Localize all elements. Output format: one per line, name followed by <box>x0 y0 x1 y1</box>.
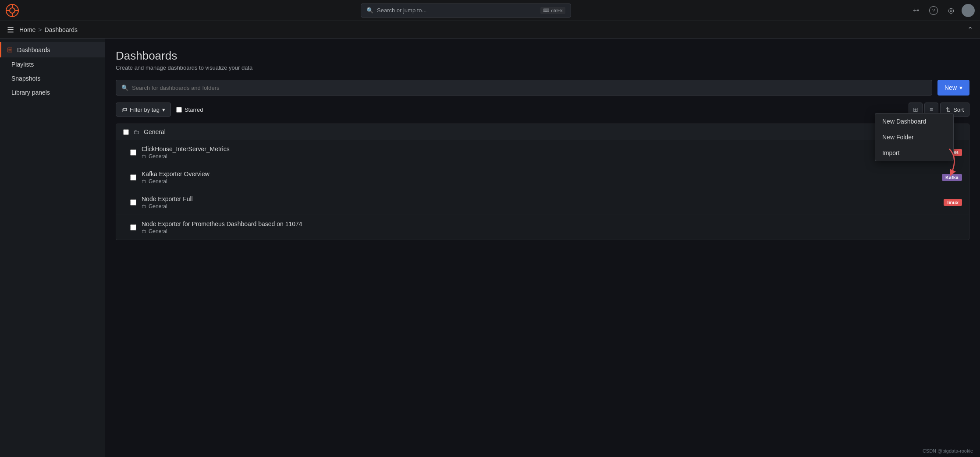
dashboard-search-input[interactable] <box>132 85 927 91</box>
folder-header-general[interactable]: 🗀 General <box>116 124 969 140</box>
filter-tag-label: Filter by tag <box>130 106 160 113</box>
new-button-label: New <box>944 84 957 91</box>
dashboards-icon: ⊞ <box>7 46 13 54</box>
sidebar-item-snapshots[interactable]: Snapshots <box>0 71 105 85</box>
breadcrumb-separator: > <box>38 26 42 33</box>
topbar: 🔍 Search or jump to... ⌨ ctrl+k + ▾ ? ◎ <box>0 0 980 21</box>
sidebar-item-label-snapshots: Snapshots <box>11 75 40 82</box>
page-title: Dashboards <box>116 49 969 63</box>
folder-name: General <box>144 128 166 135</box>
search-icon-small: 🔍 <box>121 85 128 91</box>
help-icon: ? <box>929 6 938 15</box>
footer: CSDN @bigdata-rookie <box>923 448 973 453</box>
item-title-3: Node Exporter Full <box>142 195 938 202</box>
item-tags-2: Kafka <box>942 174 962 181</box>
dropdown-item-new-folder[interactable]: New Folder <box>875 129 953 145</box>
breadcrumb-collapse-button[interactable]: ⌃ <box>967 25 973 34</box>
item-tags-3: linux <box>944 199 962 206</box>
search-shortcut: ⌨ ctrl+k <box>540 7 565 14</box>
filter-row: 🏷 Filter by tag ▾ Starred ⊞ ≡ ⇅ Sort <box>116 103 969 117</box>
new-button[interactable]: New ▾ <box>937 80 969 96</box>
sort-label: Sort <box>953 106 964 113</box>
topbar-actions: + ▾ ? ◎ <box>909 4 975 18</box>
starred-checkbox[interactable] <box>176 107 182 113</box>
breadcrumb-home[interactable]: Home <box>19 26 36 33</box>
starred-filter[interactable]: Starred <box>176 106 203 113</box>
chevron-up-icon: ⌃ <box>967 26 973 33</box>
item-meta-2: 🗀 General <box>142 178 937 184</box>
hamburger-icon: ☰ <box>7 25 14 35</box>
footer-text: CSDN @bigdata-rookie <box>923 448 973 453</box>
item-content-1: ClickHouse_InterServer_Metrics 🗀 General <box>142 145 907 159</box>
sidebar-item-playlists[interactable]: Playlists <box>0 57 105 71</box>
item-content-4: Node Exporter for Prometheus Dashboard b… <box>142 220 957 234</box>
list-item[interactable]: ClickHouse_InterServer_Metrics 🗀 General… <box>116 140 969 165</box>
rss-icon: ◎ <box>948 6 954 14</box>
tag-linux: linux <box>944 199 962 206</box>
list-item[interactable]: Kafka Exporter Overview 🗀 General Kafka <box>116 165 969 190</box>
new-dropdown-menu: New Dashboard New Folder Import <box>875 113 954 161</box>
item-folder-icon-1: 🗀 <box>142 153 147 159</box>
chevron-down-icon: ▾ <box>917 8 919 13</box>
sidebar-item-label-library-panels: Library panels <box>11 89 50 96</box>
sidebar-item-dashboards[interactable]: ⊞ Dashboards <box>0 42 105 57</box>
list-view-icon: ≡ <box>930 106 933 113</box>
item-content-2: Kafka Exporter Overview 🗀 General <box>142 170 937 184</box>
item-meta-3: 🗀 General <box>142 203 938 209</box>
list-item[interactable]: Node Exporter for Prometheus Dashboard b… <box>116 215 969 240</box>
sidebar-item-library-panels[interactable]: Library panels <box>0 85 105 99</box>
item-checkbox-3[interactable] <box>130 199 136 205</box>
search-placeholder: Search or jump to... <box>377 7 426 14</box>
item-checkbox-1[interactable] <box>130 149 136 156</box>
item-checkbox-4[interactable] <box>130 224 136 230</box>
help-button[interactable]: ? <box>927 4 941 18</box>
list-item[interactable]: Node Exporter Full 🗀 General linux <box>116 190 969 215</box>
item-meta-1: 🗀 General <box>142 153 907 159</box>
tag-kafka: Kafka <box>942 174 962 181</box>
plus-icon: + <box>913 7 917 14</box>
item-title-4: Node Exporter for Prometheus Dashboard b… <box>142 220 957 227</box>
breadcrumb-current: Dashboards <box>45 26 78 33</box>
breadcrumb-bar: ☰ Home > Dashboards ⌃ <box>0 21 980 39</box>
starred-label: Starred <box>185 106 203 113</box>
sidebar: ⊞ Dashboards Playlists Snapshots Library… <box>0 39 105 457</box>
item-title-1: ClickHouse_InterServer_Metrics <box>142 145 907 152</box>
sidebar-toggle-button[interactable]: ☰ <box>7 25 14 35</box>
folder-checkbox[interactable] <box>123 129 129 135</box>
news-button[interactable]: ◎ <box>944 4 958 18</box>
layout: ⊞ Dashboards Playlists Snapshots Library… <box>0 39 980 457</box>
topbar-search-area: 🔍 Search or jump to... ⌨ ctrl+k <box>23 4 909 18</box>
sort-icon: ⇅ <box>946 106 951 113</box>
grafana-logo <box>5 4 19 18</box>
search-row: 🔍 New ▾ <box>116 80 969 96</box>
sidebar-item-label-playlists: Playlists <box>11 61 34 68</box>
global-search-box[interactable]: 🔍 Search or jump to... ⌨ ctrl+k <box>361 4 571 18</box>
folder-icon: 🗀 <box>133 128 139 135</box>
item-title-2: Kafka Exporter Overview <box>142 170 937 177</box>
filter-by-tag-button[interactable]: 🏷 Filter by tag ▾ <box>116 103 171 117</box>
filter-chevron-icon: ▾ <box>162 106 165 113</box>
item-folder-icon-2: 🗀 <box>142 178 147 184</box>
dropdown-item-import[interactable]: Import <box>875 145 953 161</box>
item-meta-4: 🗀 General <box>142 228 957 234</box>
search-icon: 🔍 <box>366 7 373 14</box>
item-folder-icon-4: 🗀 <box>142 228 147 234</box>
item-folder-icon-3: 🗀 <box>142 203 147 209</box>
item-content-3: Node Exporter Full 🗀 General <box>142 195 938 209</box>
add-button[interactable]: + ▾ <box>909 4 923 18</box>
item-checkbox-2[interactable] <box>130 174 136 181</box>
new-button-chevron: ▾ <box>959 84 962 91</box>
tag-icon: 🏷 <box>121 106 127 113</box>
breadcrumb: Home > Dashboards <box>19 26 78 33</box>
dropdown-item-new-dashboard[interactable]: New Dashboard <box>875 113 953 129</box>
grid-view-icon: ⊞ <box>913 106 918 113</box>
page-subtitle: Create and manage dashboards to visualiz… <box>116 64 969 71</box>
sidebar-item-label-dashboards: Dashboards <box>17 46 50 53</box>
dashboard-search-box[interactable]: 🔍 <box>116 80 932 96</box>
main-content: Dashboards Create and manage dashboards … <box>105 39 980 457</box>
user-avatar[interactable] <box>962 4 975 17</box>
dashboard-list: 🗀 General ClickHouse_InterServer_Metrics… <box>116 124 969 240</box>
